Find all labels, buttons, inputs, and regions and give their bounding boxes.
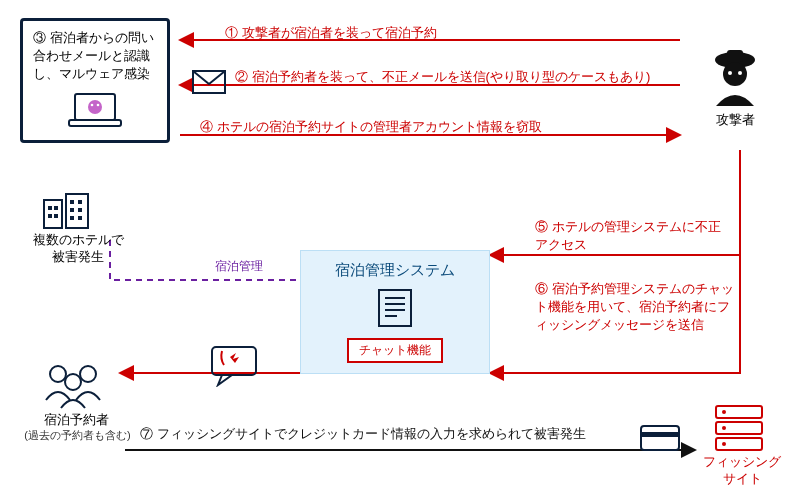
credit-card-icon — [640, 425, 680, 451]
buildings-icon — [42, 192, 92, 230]
malware-laptop-icon — [65, 90, 125, 132]
svg-rect-8 — [48, 206, 52, 210]
svg-point-21 — [728, 71, 732, 75]
arrow-step-5-6 — [490, 150, 740, 373]
svg-rect-11 — [54, 214, 58, 218]
svg-point-39 — [722, 442, 726, 446]
svg-rect-17 — [78, 216, 82, 220]
guests-sublabel: (過去の予約者も含む) — [20, 428, 135, 442]
phishing-chat-icon — [210, 345, 260, 387]
attacker-label: 攻撃者 — [700, 112, 770, 129]
step-6-text: ⑥ 宿泊予約管理システムのチャット機能を用いて、宿泊予約者にフィッシングメッセー… — [535, 280, 735, 335]
hotel-infection-box: ③ 宿泊者からの問い合わせメールと認識し、マルウェア感染 — [20, 18, 170, 143]
svg-rect-6 — [44, 200, 62, 228]
svg-point-3 — [91, 103, 94, 106]
server-icon — [712, 402, 766, 452]
mgmt-title: 宿泊管理システム — [315, 261, 475, 280]
step-5-text: ⑤ ホテルの管理システムに不正アクセス — [535, 218, 725, 254]
chat-feature-tag: チャット機能 — [347, 338, 443, 363]
step-2-text: ② 宿泊予約者を装って、不正メールを送信(やり取り型のケースもあり) — [235, 68, 650, 86]
step-1-text: ① 攻撃者が宿泊者を装って宿泊予約 — [225, 24, 437, 42]
svg-rect-12 — [70, 200, 74, 204]
svg-point-4 — [97, 103, 100, 106]
step-4-text: ④ ホテルの宿泊予約サイトの管理者アカウント情報を窃取 — [200, 118, 542, 136]
svg-point-20 — [723, 62, 747, 86]
guests-icon — [40, 360, 110, 410]
svg-point-29 — [50, 366, 66, 382]
document-icon — [373, 286, 417, 330]
svg-point-31 — [65, 374, 81, 390]
svg-rect-15 — [78, 208, 82, 212]
hotels-damage-label: 複数のホテルで被害発生 — [28, 232, 128, 266]
svg-rect-33 — [641, 432, 679, 437]
svg-rect-16 — [70, 216, 74, 220]
svg-point-38 — [722, 426, 726, 430]
svg-rect-13 — [78, 200, 82, 204]
mail-icon — [192, 70, 226, 94]
svg-rect-23 — [379, 290, 411, 326]
svg-rect-10 — [48, 214, 52, 218]
svg-rect-14 — [70, 208, 74, 212]
attacker-icon — [700, 40, 770, 110]
svg-rect-19 — [727, 50, 743, 62]
link-mgmt-dashed — [110, 240, 300, 280]
mgmt-link-label: 宿泊管理 — [215, 258, 263, 275]
guests-label: 宿泊予約者 — [30, 412, 122, 429]
svg-rect-9 — [54, 206, 58, 210]
svg-point-30 — [80, 366, 96, 382]
hotel-caption: ③ 宿泊者からの問い合わせメールと認識し、マルウェア感染 — [33, 29, 157, 84]
svg-point-2 — [88, 100, 102, 114]
svg-point-37 — [722, 410, 726, 414]
phishing-site-label: フィッシングサイト — [702, 454, 782, 488]
mgmt-system-box: 宿泊管理システム チャット機能 — [300, 250, 490, 374]
svg-rect-1 — [69, 120, 121, 126]
svg-rect-7 — [66, 194, 88, 228]
svg-rect-32 — [641, 426, 679, 450]
svg-point-22 — [738, 71, 742, 75]
step-7-text: ⑦ フィッシングサイトでクレジットカード情報の入力を求められて被害発生 — [140, 425, 610, 443]
